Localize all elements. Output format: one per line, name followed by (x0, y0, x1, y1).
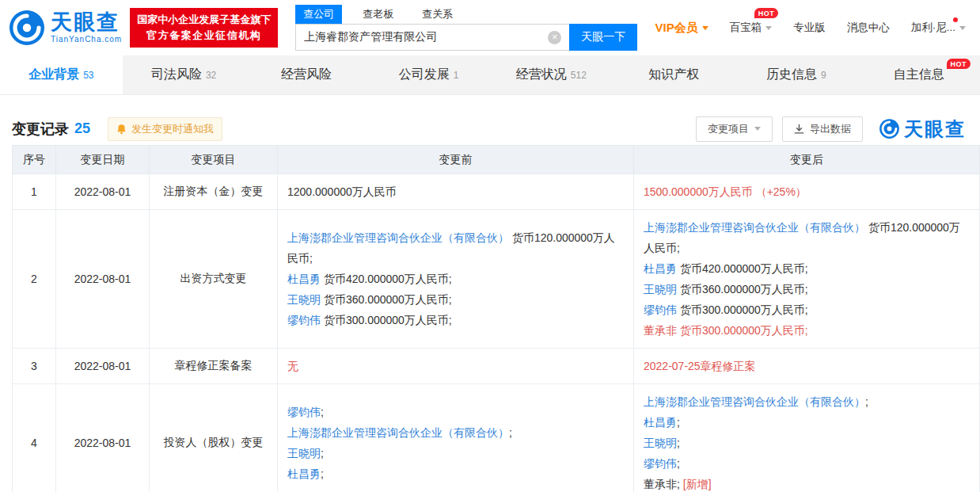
nav-tab-6[interactable]: 历史信息9 (735, 55, 858, 94)
top-header: 天眼查 TianYanCha.com 国家中小企业发展子基金旗下 官方备案企业征… (0, 0, 980, 55)
company-section-tabs: 企业背景53司法风险32经营风险公司发展1经营状况512知识产权历史信息9自主信… (0, 55, 980, 95)
download-icon (794, 124, 804, 135)
header-menu-item-0[interactable]: VIP会员 (655, 21, 708, 36)
cell-text: ; (321, 447, 324, 460)
brand-name: 天眼查 (51, 12, 122, 33)
cell-line: 缪钧伟; (644, 453, 970, 474)
hot-badge: HOT (754, 8, 779, 18)
cell-text: ; (677, 437, 680, 449)
nav-tab-1[interactable]: 司法风险32 (123, 55, 245, 94)
cell-text: 货币360.000000万人民币; (321, 293, 452, 306)
cell-line: 董承非; [新增] (644, 474, 970, 492)
cell-text: ; (321, 406, 324, 418)
nav-tab-count: 1 (454, 70, 459, 81)
entity-link[interactable]: 杜昌勇 (644, 416, 677, 429)
entity-link[interactable]: 缪钧伟 (644, 457, 677, 470)
search-tab-1[interactable]: 查老板 (355, 5, 401, 24)
cell-text: 1200.000000万人民币 (287, 185, 397, 198)
cell-text: 货币300.000000万人民币; (677, 303, 808, 316)
nav-tab-label: 司法风险 (151, 67, 202, 83)
nav-tab-label: 公司发展 (399, 67, 450, 83)
search-area: 查公司查老板查关系 × 天眼一下 (295, 5, 637, 51)
change-item-cell: 投资人（股权）变更 (150, 384, 278, 492)
logo-swirl-icon (8, 9, 46, 47)
cell-line: 1500.000000万人民币 （+25%） (644, 181, 970, 202)
menu-item-label: 消息中心 (847, 21, 890, 35)
after-change-cell: 上海澎郡企业管理咨询合伙企业（有限合伙） 货币120.000000万人民币;杜昌… (634, 210, 980, 349)
cell-text: 2022-07-25章程修正案 (644, 360, 756, 372)
search-tab-0[interactable]: 查公司 (295, 5, 342, 24)
entity-link[interactable]: 杜昌勇 (644, 262, 677, 275)
header-menu: VIP会员百宝箱HOT专业版消息中心加利·尼... (655, 21, 966, 36)
table-row: 12022-08-01注册资本（金）变更1200.000000万人民币1500.… (13, 174, 980, 210)
cell-line: 杜昌勇; (644, 412, 970, 433)
cell-text: 无 (287, 360, 298, 372)
entity-link[interactable]: 上海澎郡企业管理咨询合伙企业（有限合伙） (287, 426, 509, 439)
nav-tab-5[interactable]: 知识产权 (613, 55, 735, 94)
column-header: 序号 (13, 146, 56, 174)
export-data-button[interactable]: 导出数据 (782, 116, 863, 142)
cell-text: ; (509, 426, 512, 439)
search-tab-2[interactable]: 查关系 (414, 5, 461, 24)
nav-tab-label: 经营风险 (281, 67, 332, 83)
cell-text: [新增] (680, 478, 712, 490)
entity-link[interactable]: 缪钧伟 (287, 314, 321, 326)
entity-link[interactable]: 缪钧伟 (287, 406, 321, 418)
change-date-cell: 2022-08-01 (56, 174, 150, 210)
cell-line: 王晓明 货币360.000000万人民币; (287, 289, 624, 310)
chevron-down-icon (765, 26, 772, 30)
entity-link[interactable]: 杜昌勇 (287, 273, 321, 285)
nav-tab-2[interactable]: 经营风险 (245, 55, 368, 94)
cell-text: 货币300.000000万人民币; (321, 314, 452, 326)
cell-line: 王晓明; (644, 433, 970, 453)
nav-tab-7[interactable]: 自主信息HOT (857, 55, 980, 94)
clear-icon[interactable]: × (548, 31, 561, 44)
cell-line: 王晓明; (287, 443, 624, 463)
entity-link[interactable]: 缪钧伟 (644, 303, 677, 316)
search-tabs: 查公司查老板查关系 (295, 5, 637, 24)
gov-certification-badge: 国家中小企业发展子基金旗下 官方备案企业征信机构 (130, 8, 278, 48)
change-records-table: 序号变更日期变更项目变更前变更后 12022-08-01注册资本（金）变更120… (12, 145, 980, 492)
section-count: 25 (74, 120, 90, 137)
section-title: 变更记录 (12, 120, 69, 139)
before-change-cell: 缪钧伟;上海澎郡企业管理咨询合伙企业（有限合伙）;王晓明;杜昌勇; (278, 384, 634, 492)
nav-tab-count: 512 (571, 70, 587, 81)
change-item-filter-dropdown[interactable]: 变更项目 (696, 116, 773, 142)
nav-tab-count: 32 (206, 70, 216, 81)
entity-link[interactable]: 上海澎郡企业管理咨询合伙企业（有限合伙） (644, 221, 865, 234)
entity-link[interactable]: 杜昌勇 (287, 467, 321, 480)
search-input[interactable] (296, 31, 548, 44)
nav-tab-count: 9 (821, 70, 826, 81)
brand-domain: TianYanCha.com (51, 35, 122, 44)
nav-tab-3[interactable]: 公司发展1 (367, 55, 490, 94)
entity-link[interactable]: 上海澎郡企业管理咨询合伙企业（有限合伙） (287, 231, 509, 244)
cell-text: ; (321, 467, 324, 480)
header-menu-item-4[interactable]: 加利·尼... (911, 21, 966, 35)
cell-text: 货币420.000000万人民币; (677, 262, 808, 275)
nav-tab-0[interactable]: 企业背景53 (0, 55, 123, 94)
tianyancha-watermark: 天眼查 (879, 116, 966, 142)
nav-tab-4[interactable]: 经营状况512 (490, 55, 613, 94)
cell-text: ; (677, 416, 680, 429)
cell-line: 王晓明 货币360.000000万人民币; (644, 279, 970, 299)
cell-line: 1200.000000万人民币 (287, 181, 624, 202)
chevron-down-icon (702, 26, 708, 30)
notify-on-change-button[interactable]: 发生变更时通知我 (108, 117, 222, 141)
change-item-cell: 注册资本（金）变更 (150, 174, 278, 210)
row-number-cell: 2 (13, 210, 56, 349)
entity-link[interactable]: 王晓明 (287, 293, 321, 306)
search-button[interactable]: 天眼一下 (569, 24, 637, 51)
entity-link[interactable]: 王晓明 (644, 437, 677, 449)
entity-link[interactable]: 上海澎郡企业管理咨询合伙企业（有限合伙） (644, 395, 865, 408)
tianyancha-logo[interactable]: 天眼查 TianYanCha.com (8, 9, 122, 47)
table-row: 22022-08-01出资方式变更上海澎郡企业管理咨询合伙企业（有限合伙） 货币… (13, 210, 980, 349)
change-date-cell: 2022-08-01 (56, 349, 150, 384)
cell-line: 上海澎郡企业管理咨询合伙企业（有限合伙）; (644, 391, 970, 412)
cell-line: 2022-07-25章程修正案 (644, 356, 970, 376)
header-menu-item-1[interactable]: 百宝箱HOT (730, 21, 773, 35)
entity-link[interactable]: 王晓明 (287, 447, 321, 460)
entity-link[interactable]: 王晓明 (644, 283, 677, 296)
cell-line: 上海澎郡企业管理咨询合伙企业（有限合伙） 货币120.000000万人民币; (287, 227, 624, 269)
header-menu-item-3[interactable]: 消息中心 (847, 21, 890, 35)
header-menu-item-2[interactable]: 专业版 (793, 21, 826, 35)
